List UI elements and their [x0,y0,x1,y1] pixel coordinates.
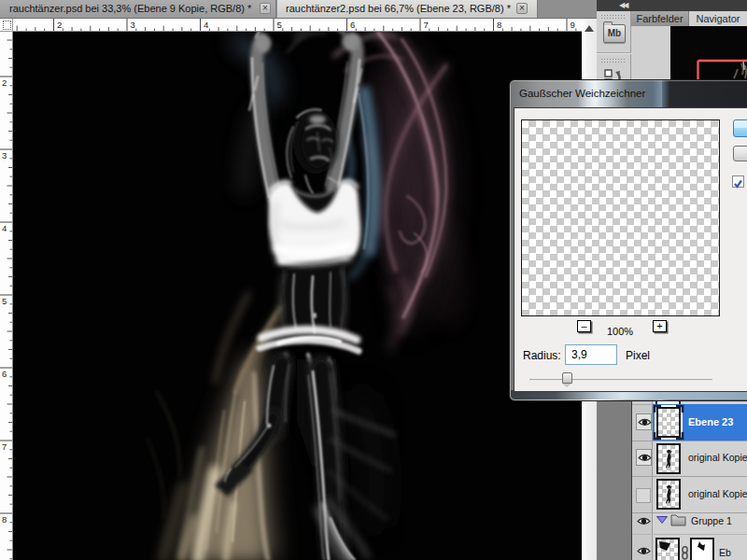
svg-text:2: 2 [2,77,7,88]
svg-text:4: 4 [2,223,7,233]
svg-text:7: 7 [424,20,429,30]
svg-text:9: 9 [571,20,575,30]
svg-text:2: 2 [57,20,62,30]
svg-text:6: 6 [2,369,7,379]
svg-text:3: 3 [131,20,135,30]
svg-text:5: 5 [2,296,7,306]
svg-text:5: 5 [277,20,282,30]
svg-text:6: 6 [350,20,355,30]
svg-text:7: 7 [2,441,7,452]
svg-text:8: 8 [2,514,7,525]
svg-text:4: 4 [204,20,208,30]
svg-text:3: 3 [2,150,7,161]
svg-text:8: 8 [497,20,501,30]
